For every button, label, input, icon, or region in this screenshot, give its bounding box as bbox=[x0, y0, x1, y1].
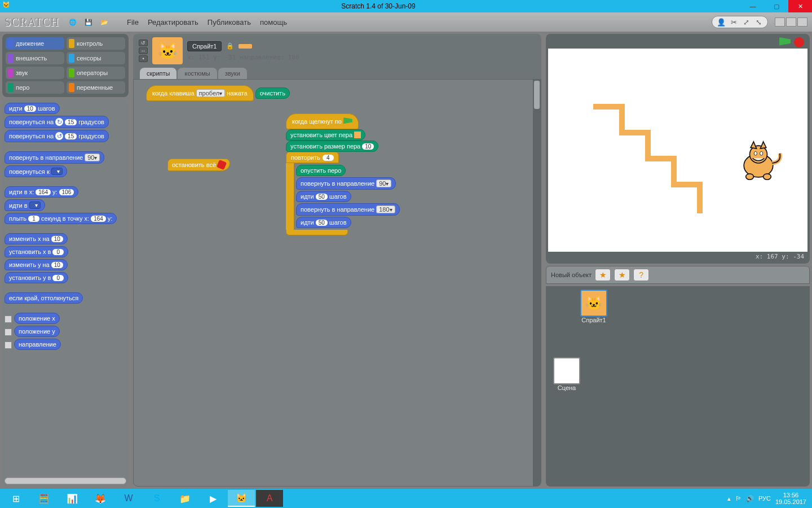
taskbar-adobe[interactable]: A bbox=[256, 490, 283, 507]
category-motion[interactable]: движение bbox=[6, 37, 64, 50]
block-move[interactable]: идти10шагов bbox=[5, 103, 60, 114]
reporter-xpos[interactable]: положение x bbox=[14, 313, 60, 324]
stamp-icon[interactable]: 👤 bbox=[717, 17, 726, 27]
choose-sprite-button[interactable]: ★ bbox=[614, 269, 630, 281]
category-sound[interactable]: звук bbox=[6, 67, 64, 79]
view-small-button[interactable] bbox=[775, 17, 785, 27]
block-clear[interactable]: очистить bbox=[255, 87, 290, 99]
save-icon[interactable]: 💾 bbox=[83, 16, 94, 28]
block-move-2[interactable]: идти50шагов bbox=[296, 217, 351, 228]
lock-icon[interactable]: 🔒 bbox=[226, 42, 234, 50]
block-goto[interactable]: идти в ▾ bbox=[5, 199, 45, 211]
category-sensing[interactable]: сенсоры bbox=[67, 52, 125, 64]
menu-help[interactable]: помощь bbox=[258, 17, 289, 28]
block-move-1[interactable]: идти50шагов bbox=[296, 191, 351, 202]
rotation-style-flip[interactable]: ↔ bbox=[139, 47, 148, 54]
checkbox-direction[interactable] bbox=[5, 341, 12, 349]
taskbar-skype[interactable]: S bbox=[143, 490, 170, 507]
menu-edit[interactable]: Редактировать bbox=[145, 17, 201, 28]
start-button[interactable]: ⊞ bbox=[2, 490, 29, 507]
block-point-2[interactable]: повернуть в направление180▾ bbox=[296, 203, 400, 216]
scrollbar-thumb[interactable] bbox=[534, 81, 540, 109]
menu-file[interactable]: File bbox=[125, 17, 141, 28]
taskbar-word[interactable]: W bbox=[115, 490, 142, 507]
direction-indicator[interactable] bbox=[239, 44, 252, 49]
block-set-y[interactable]: установить y в0 bbox=[5, 272, 68, 283]
block-turn-cw[interactable]: повернуться на↻15градусов bbox=[5, 116, 109, 128]
sprite-thumbnail[interactable]: 🐱 bbox=[152, 37, 183, 64]
block-point-1[interactable]: повернуть в направление90▾ bbox=[296, 177, 396, 190]
tab-scripts[interactable]: скрипты bbox=[140, 68, 176, 79]
category-control[interactable]: контроль bbox=[67, 37, 125, 50]
block-set-pen-size[interactable]: установить размер пера 10 bbox=[286, 141, 378, 152]
stop-button[interactable] bbox=[794, 37, 804, 47]
script-2[interactable]: остановить всё bbox=[167, 159, 230, 171]
block-set-x[interactable]: установить x в0 bbox=[5, 246, 68, 257]
grow-icon[interactable]: ⤢ bbox=[742, 17, 751, 27]
script-area[interactable]: когда клавиша пробел▾ нажата очистить ос… bbox=[133, 79, 541, 487]
minimize-button[interactable]: — bbox=[741, 0, 765, 12]
color-swatch[interactable] bbox=[354, 132, 361, 138]
surprise-sprite-button[interactable]: ? bbox=[633, 269, 649, 281]
block-glide[interactable]: плыть1секунд в точку x:164y: bbox=[5, 213, 117, 224]
globe-icon[interactable]: 🌐 bbox=[67, 16, 78, 28]
direction-dropdown[interactable]: 90▾ bbox=[85, 154, 100, 161]
open-icon[interactable]: 📂 bbox=[99, 16, 110, 28]
goto-dropdown[interactable]: ▾ bbox=[29, 202, 41, 209]
taskbar-scratch[interactable]: 🐱 bbox=[228, 490, 255, 507]
category-looks[interactable]: внешность bbox=[6, 52, 64, 64]
close-button[interactable]: ✕ bbox=[788, 0, 812, 12]
taskbar-firefox[interactable]: 🦊 bbox=[87, 490, 114, 507]
rotation-style-rotate[interactable]: ↺ bbox=[139, 40, 148, 46]
tray-flag-icon[interactable]: 🏳 bbox=[735, 495, 742, 502]
tray-up-icon[interactable]: ▴ bbox=[727, 495, 731, 502]
block-point-towards[interactable]: повернуться к ▾ bbox=[5, 165, 67, 177]
shrink-icon[interactable]: ⤡ bbox=[754, 17, 763, 27]
script-scrollbar[interactable] bbox=[533, 80, 541, 486]
taskbar-app-2[interactable]: 📊 bbox=[59, 490, 86, 507]
category-pen[interactable]: перо bbox=[6, 81, 64, 94]
reporter-ypos[interactable]: положение y bbox=[14, 326, 60, 337]
tray-volume-icon[interactable]: 🔊 bbox=[746, 495, 754, 502]
tab-sounds[interactable]: звуки bbox=[218, 68, 247, 79]
taskbar-media[interactable]: ▶ bbox=[200, 490, 227, 507]
block-set-pen-color[interactable]: установить цвет пера bbox=[286, 129, 365, 141]
view-presentation-button[interactable] bbox=[797, 17, 807, 27]
block-pen-down[interactable]: опустить перо bbox=[296, 165, 346, 176]
stage[interactable] bbox=[548, 49, 807, 252]
view-normal-button[interactable] bbox=[786, 17, 796, 27]
checkbox-ypos[interactable] bbox=[5, 329, 12, 336]
menu-share[interactable]: Публиковать bbox=[205, 17, 253, 28]
hat-when-key[interactable]: когда клавиша пробел▾ нажата bbox=[146, 85, 254, 101]
palette-scrollbar[interactable] bbox=[5, 478, 126, 484]
checkbox-xpos[interactable] bbox=[5, 316, 12, 323]
hat-when-flag[interactable]: когда щелкнут по bbox=[286, 113, 359, 129]
maximize-button[interactable]: ▢ bbox=[765, 0, 788, 12]
block-change-y[interactable]: изменить y на10 bbox=[5, 259, 68, 270]
block-stop-all[interactable]: остановить всё bbox=[167, 159, 230, 171]
category-operators[interactable]: операторы bbox=[67, 67, 125, 79]
block-change-x[interactable]: изменить x на10 bbox=[5, 233, 68, 244]
sprite-card-sprite1[interactable]: 🐱 Спрайт1 bbox=[579, 290, 609, 323]
script-3[interactable]: когда щелкнут по установить цвет пера ус… bbox=[286, 113, 400, 235]
block-goto-xy[interactable]: идти в x:164y:106 bbox=[5, 186, 78, 198]
taskbar-explorer[interactable]: 📁 bbox=[171, 490, 198, 507]
tray-clock[interactable]: 13:56 19.05.2017 bbox=[775, 492, 806, 505]
block-repeat[interactable]: повторить4 опустить перо повернуть в нап… bbox=[286, 152, 400, 235]
block-turn-ccw[interactable]: повернуться на↺15градусов bbox=[5, 130, 109, 142]
sprite-name-field[interactable]: Спрайт1 bbox=[187, 41, 222, 51]
scissors-icon[interactable]: ✂ bbox=[729, 17, 738, 27]
block-point-direction[interactable]: повернуть в направление90▾ bbox=[5, 151, 104, 164]
reporter-direction[interactable]: направление bbox=[14, 339, 61, 350]
go-button[interactable] bbox=[779, 37, 791, 47]
block-bounce[interactable]: если край, оттолкнуться bbox=[5, 292, 83, 304]
rotation-style-none[interactable]: • bbox=[139, 55, 148, 62]
taskbar-app-1[interactable]: 🧮 bbox=[30, 490, 58, 507]
category-variables[interactable]: переменные bbox=[67, 81, 125, 94]
key-dropdown[interactable]: пробел▾ bbox=[196, 89, 226, 97]
paint-sprite-button[interactable]: ★ bbox=[595, 269, 611, 281]
tray-lang[interactable]: РУС bbox=[758, 495, 771, 502]
point-towards-dropdown[interactable]: ▾ bbox=[51, 168, 63, 175]
sprite-card-scene[interactable]: Сцена bbox=[551, 357, 582, 391]
tab-costumes[interactable]: костюмы bbox=[178, 68, 217, 79]
